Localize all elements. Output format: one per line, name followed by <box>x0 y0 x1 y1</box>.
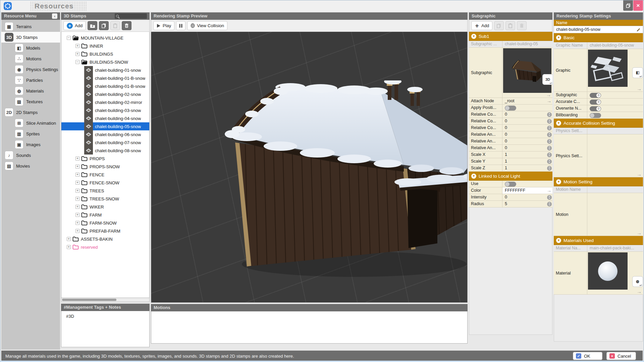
sidebar-item-textures[interactable]: ▨Textures <box>1 96 60 107</box>
property-value[interactable] <box>502 181 552 187</box>
cancel-button[interactable]: × Cancel <box>606 352 636 360</box>
property-value[interactable]: 1 <box>502 152 552 158</box>
section-header-linked-to-local-light[interactable]: ▾Linked to Local Light <box>469 172 552 181</box>
toggle-off[interactable] <box>505 106 516 111</box>
tree-item-chalet-building-04-snow[interactable]: chalet-building-04-snow <box>61 114 149 122</box>
property-value[interactable]: 0 <box>502 125 552 131</box>
sidebar-item-models[interactable]: ◧Models <box>1 43 60 53</box>
copy-subgraphic-button[interactable] <box>494 21 504 30</box>
tree-expander-icon[interactable]: + <box>67 237 71 241</box>
tree-item-assets-bakin[interactable]: + ASSETS-BAKIN <box>61 235 149 243</box>
toggle-off[interactable] <box>590 113 601 118</box>
stepper-icon[interactable] <box>547 153 552 157</box>
tree-expander-icon[interactable]: + <box>67 245 71 249</box>
tree-item-chalet-building-03-snow[interactable]: chalet-building-03-snow <box>61 106 149 114</box>
property-value[interactable]: FFFFFFFF→ <box>502 187 552 194</box>
sidebar-item-slice-animation[interactable]: ⊞Slice Animation <box>1 118 60 128</box>
tree-expander-icon[interactable]: + <box>75 221 79 225</box>
tree-expander-icon[interactable]: + <box>75 189 79 193</box>
stepper-icon[interactable] <box>547 139 552 144</box>
tree-item-farm-snow[interactable]: + FARM-SNOW <box>61 219 149 227</box>
property-value[interactable]: 1 <box>502 165 552 171</box>
tree-item-chalet-building-08-snow[interactable]: chalet-building-08-snow <box>61 146 149 155</box>
close-window-icon[interactable]: × <box>633 0 643 11</box>
paste-subgraphic-button[interactable] <box>505 21 515 30</box>
tags-notes-field[interactable]: #3D <box>61 311 150 347</box>
section-header-basic[interactable]: ▾Basic <box>554 33 643 42</box>
tree-item-prefab-farm[interactable]: + PREFAB-FARM <box>61 227 149 235</box>
property-value[interactable] <box>502 105 552 111</box>
tree-item-chalet-building-02-mirror[interactable]: chalet-building-02-mirror <box>61 98 149 106</box>
tree-expander-icon[interactable]: − <box>67 36 71 40</box>
arrow-icon[interactable]: → <box>547 187 551 194</box>
view-collision-button[interactable]: View Collision <box>187 21 227 30</box>
open-arrow-icon[interactable]: → <box>546 92 551 98</box>
stepper-icon[interactable] <box>547 166 552 171</box>
property-value[interactable]: _root→ <box>502 98 552 104</box>
toggle-on[interactable]: 0 <box>590 93 601 98</box>
property-value[interactable]: → <box>587 193 643 236</box>
graphic-thumbnail-cell[interactable]: ◧↵ → <box>587 49 643 92</box>
tree-item-reserved[interactable]: + reserved <box>61 243 149 251</box>
property-value[interactable]: 0 <box>587 92 643 98</box>
tree-expander-icon[interactable]: + <box>75 173 79 177</box>
property-value[interactable]: 0 <box>587 99 643 105</box>
tree-item-chalet-building-06-snow[interactable]: chalet-building-06-snow <box>61 130 149 138</box>
tree-item-chalet-building-07-snow[interactable]: chalet-building-07-snow <box>61 138 149 146</box>
pause-button[interactable] <box>176 21 185 30</box>
section-header-sub1[interactable]: ▾Sub1 <box>469 32 552 41</box>
open-arrow-icon[interactable]: → <box>637 172 642 177</box>
edit-pencil-icon[interactable] <box>636 27 641 32</box>
tree-item-chalet-building-01-b-snow[interactable]: chalet-building-01-B-snow <box>61 82 149 90</box>
stepper-icon[interactable] <box>547 195 552 200</box>
section-header-motion-setting[interactable]: ▾Motion Setting <box>554 177 643 186</box>
subgraphic-thumbnail-cell[interactable]: 3D↵ → <box>502 48 552 98</box>
sidebar-item-particles[interactable]: ∵Particles <box>1 75 60 85</box>
sidebar-item-images[interactable]: ▣Images <box>1 139 60 150</box>
tree-item-buildings[interactable]: + BUILDINGS <box>61 50 149 58</box>
tree-item-wiker[interactable]: + WIKER <box>61 203 149 211</box>
tree-item-props-snow[interactable]: + PROPS-SNOW <box>61 163 149 171</box>
property-value[interactable]: 0 <box>502 194 552 200</box>
paste-button[interactable] <box>110 21 120 30</box>
sidebar-item-materials[interactable]: ◍Materials <box>1 85 60 96</box>
ok-button[interactable]: ✓ OK <box>573 352 602 360</box>
tree-expander-icon[interactable]: + <box>75 157 79 161</box>
toggle-on[interactable]: 0 <box>590 100 601 105</box>
material-thumbnail[interactable] <box>588 252 628 290</box>
3d-model-badge-icon[interactable]: 3D↵ <box>543 74 552 84</box>
property-value[interactable]: 0 <box>502 145 552 151</box>
stepper-icon[interactable] <box>547 146 552 150</box>
subgraphic-thumbnail[interactable] <box>503 48 551 93</box>
sidebar-item-physics-settings[interactable]: ◉Physics Settings <box>1 64 60 75</box>
tree-item-trees[interactable]: + TREES <box>61 187 149 195</box>
property-value[interactable]: 0 <box>502 111 552 118</box>
section-header-materials-used[interactable]: ▾Materials Used <box>554 236 643 245</box>
restore-window-icon[interactable] <box>623 0 633 11</box>
tree-expander-icon[interactable]: − <box>75 60 79 64</box>
property-value[interactable]: 0 <box>502 118 552 124</box>
property-value[interactable]: 0 <box>502 131 552 138</box>
property-value[interactable]: 0 <box>587 105 643 112</box>
stamp-name-field[interactable]: chalet-building-05-snow <box>554 26 643 33</box>
tree-item-chalet-building-02-snow[interactable]: chalet-building-02-snow <box>61 90 149 98</box>
property-value[interactable]: 3D↵ → <box>502 48 552 98</box>
property-value[interactable]: 0 <box>502 138 552 144</box>
tree-item-fence-snow[interactable]: + FENCE-SNOW <box>61 179 149 187</box>
open-arrow-icon[interactable]: → <box>637 289 642 294</box>
stepper-icon[interactable] <box>547 202 552 206</box>
add-folder-button[interactable] <box>88 21 97 30</box>
stepper-icon[interactable] <box>547 159 552 164</box>
property-value[interactable] <box>587 112 643 118</box>
tree-expander-icon[interactable]: + <box>75 229 79 233</box>
tree-expander-icon[interactable]: + <box>75 165 79 169</box>
tree-item-chalet-building-01-b-snow[interactable]: chalet-building-01-B-snow <box>61 74 149 82</box>
preview-viewport[interactable] <box>151 32 468 303</box>
tree-item-chalet-building-05-snow[interactable]: chalet-building-05-snow <box>61 122 149 130</box>
sidebar-item-sprites[interactable]: ▥Sprites <box>1 128 60 139</box>
sidebar-item-motions[interactable]: ∴Motions <box>1 53 60 64</box>
tree-item-chalet-building-01-snow[interactable]: chalet-building-01-snow <box>61 66 149 74</box>
toggle-off[interactable] <box>505 182 516 187</box>
tree-item-farm[interactable]: + FARM <box>61 211 149 219</box>
delete-subgraphic-button[interactable] <box>517 21 527 30</box>
